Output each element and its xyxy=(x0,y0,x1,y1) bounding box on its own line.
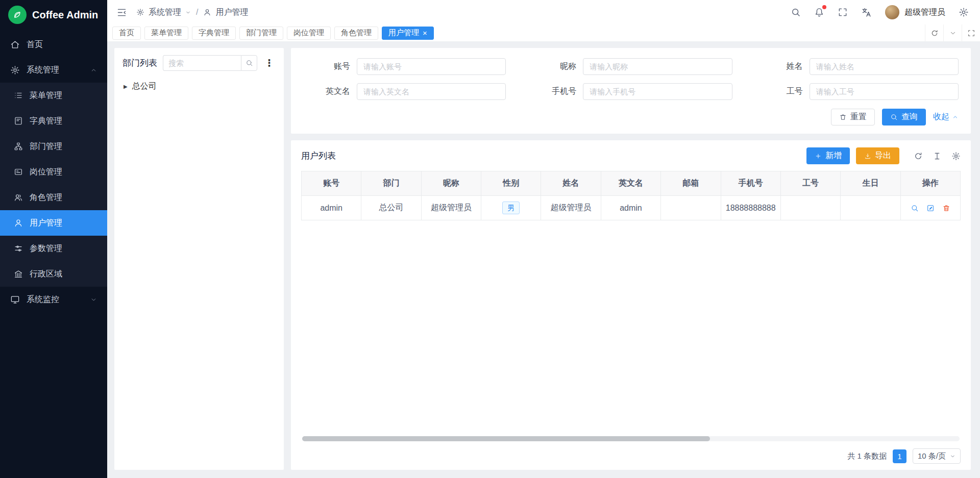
cell-nickname: 超级管理员 xyxy=(421,196,481,220)
content-area: 部门列表 ⋮ ▶ 总公司 xyxy=(107,42,980,478)
org-tree-icon xyxy=(14,142,23,151)
sidebar-item-menu-management[interactable]: 菜单管理 xyxy=(0,83,107,108)
tab-dictionary-management[interactable]: 字典管理 xyxy=(192,27,236,40)
sidebar-item-home[interactable]: 首页 xyxy=(0,32,107,57)
collapse-link[interactable]: 收起 xyxy=(933,112,959,122)
sidebar-item-dictionary-management[interactable]: 字典管理 xyxy=(0,108,107,134)
gear-icon xyxy=(136,8,144,16)
sidebar-item-label: 部门管理 xyxy=(30,141,62,152)
tab-position-management[interactable]: 岗位管理 xyxy=(287,27,331,40)
sidebar-item-admin-region[interactable]: 行政区域 xyxy=(0,261,107,287)
sidebar-item-label: 菜单管理 xyxy=(30,90,62,101)
notification-bell[interactable] xyxy=(814,7,824,17)
table-column-settings-button[interactable] xyxy=(933,152,942,161)
name-input[interactable] xyxy=(810,58,959,75)
reset-button[interactable]: 重置 xyxy=(831,109,875,125)
search-form-card: 账号 昵称 姓名 英文名 xyxy=(291,48,971,134)
department-tree: ▶ 总公司 xyxy=(122,79,276,94)
phone-input[interactable] xyxy=(583,83,732,100)
col-email: 邮箱 xyxy=(661,171,721,196)
user-menu[interactable]: 超级管理员 xyxy=(885,5,945,19)
tabs-expand-button[interactable] xyxy=(962,24,980,41)
cell-job-number xyxy=(780,196,840,220)
delete-button[interactable] xyxy=(942,204,950,212)
trash-icon xyxy=(839,113,847,121)
gear-icon xyxy=(951,152,961,161)
app-title: Coffee Admin xyxy=(32,9,98,21)
tree-expander-icon[interactable]: ▶ xyxy=(124,84,128,89)
table-card-header: 用户列表 新增 导出 xyxy=(301,147,961,164)
chevron-up-icon xyxy=(90,67,97,73)
monitor-icon xyxy=(10,295,20,305)
pagination: 共 1 条数据 1 10 条/页 xyxy=(301,448,961,464)
sidebar-item-department-management[interactable]: 部门管理 xyxy=(0,134,107,159)
sidebar-item-user-management[interactable]: 用户管理 xyxy=(0,210,107,236)
sidebar-item-label: 系统管理 xyxy=(27,65,59,76)
tab-role-management[interactable]: 角色管理 xyxy=(334,27,378,40)
badge-icon xyxy=(14,167,23,177)
coffee-logo-icon xyxy=(8,6,27,24)
pagination-total: 共 1 条数据 xyxy=(847,451,887,461)
query-button[interactable]: 查询 xyxy=(882,109,926,125)
sidebar-item-role-management[interactable]: 角色管理 xyxy=(0,185,107,210)
user-table-card: 用户列表 新增 导出 xyxy=(291,140,971,470)
tab-home[interactable]: 首页 xyxy=(112,27,141,40)
sidebar-item-position-management[interactable]: 岗位管理 xyxy=(0,159,107,185)
tab-label: 字典管理 xyxy=(199,28,229,38)
tree-node-head-office[interactable]: ▶ 总公司 xyxy=(122,79,276,94)
page-size-select[interactable]: 10 条/页 xyxy=(913,448,961,464)
main-panel: 账号 昵称 姓名 英文名 xyxy=(291,48,971,470)
department-search-input[interactable] xyxy=(163,55,241,71)
settings-gear-icon[interactable] xyxy=(959,7,969,17)
export-button[interactable]: 导出 xyxy=(856,147,899,164)
topbar-left: 系统管理 / 用户管理 xyxy=(116,7,248,18)
cell-birthday xyxy=(841,196,900,220)
col-gender: 性别 xyxy=(481,171,541,196)
row-operations xyxy=(901,204,960,212)
table-refresh-button[interactable] xyxy=(914,152,923,161)
person-icon xyxy=(203,8,211,16)
chevron-down-icon xyxy=(949,30,957,37)
fullscreen-icon[interactable] xyxy=(838,7,848,17)
sidebar-item-parameter-management[interactable]: 参数管理 xyxy=(0,236,107,261)
tab-close-icon[interactable]: × xyxy=(423,29,427,37)
horizontal-scrollbar-thumb[interactable] xyxy=(302,436,710,441)
search-icon[interactable] xyxy=(791,7,801,17)
sidebar-item-system-monitor[interactable]: 系统监控 xyxy=(0,287,107,312)
tabs-refresh-button[interactable] xyxy=(925,24,943,41)
tab-department-management[interactable]: 部门管理 xyxy=(239,27,283,40)
field-english-name: 英文名 xyxy=(303,83,506,100)
dictionary-icon xyxy=(14,116,23,125)
field-label: 账号 xyxy=(303,61,350,72)
nickname-input[interactable] xyxy=(583,58,732,75)
app-logo: Coffee Admin xyxy=(0,0,107,30)
sidebar-item-label: 参数管理 xyxy=(30,243,62,254)
search-icon xyxy=(246,59,253,67)
breadcrumb-level1[interactable]: 系统管理 xyxy=(149,7,181,18)
add-user-button[interactable]: 新增 xyxy=(806,147,850,164)
tab-label: 部门管理 xyxy=(246,28,277,38)
edit-button[interactable] xyxy=(926,204,935,212)
job-number-input[interactable] xyxy=(810,83,959,100)
department-search-button[interactable] xyxy=(241,55,257,71)
tabs-dropdown-button[interactable] xyxy=(943,24,962,41)
menu-fold-icon[interactable] xyxy=(116,7,127,18)
view-button[interactable] xyxy=(911,204,919,212)
tab-user-management[interactable]: 用户管理 × xyxy=(382,27,434,40)
sidebar-item-label: 行政区域 xyxy=(30,269,62,280)
table-settings-button[interactable] xyxy=(951,152,961,161)
field-phone: 手机号 xyxy=(529,83,732,100)
page-button-1[interactable]: 1 xyxy=(893,449,906,463)
department-more-button[interactable]: ⋮ xyxy=(263,58,276,68)
account-input[interactable] xyxy=(357,58,506,75)
tab-menu-management[interactable]: 菜单管理 xyxy=(144,27,188,40)
download-icon xyxy=(864,153,871,160)
plus-icon xyxy=(815,153,822,160)
gear-icon xyxy=(10,65,20,75)
sidebar-item-system-management[interactable]: 系统管理 xyxy=(0,57,107,83)
col-job-number: 工号 xyxy=(780,171,840,196)
translate-icon[interactable] xyxy=(861,7,872,18)
sidebar-item-label: 系统监控 xyxy=(27,294,59,305)
english-name-input[interactable] xyxy=(357,83,506,100)
chevron-down-icon[interactable] xyxy=(185,10,191,15)
